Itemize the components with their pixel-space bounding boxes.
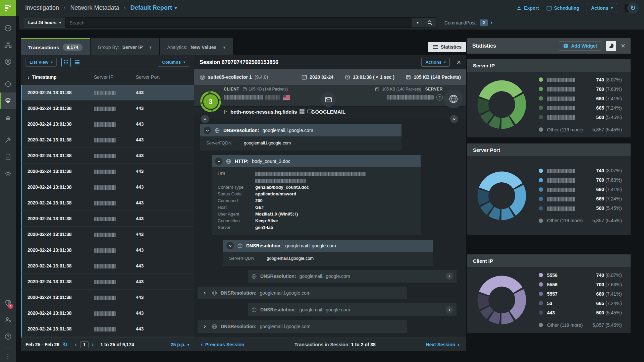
actions-dropdown-button[interactable]: Actions bbox=[587, 3, 617, 13]
legend-row[interactable]: 740(8.07%) bbox=[539, 167, 622, 174]
table-row[interactable]: 2020-02-24 13:01:38443 bbox=[21, 85, 194, 101]
table-row[interactable]: 2020-02-24 13:01:38443 bbox=[21, 258, 194, 274]
tab-group-by[interactable]: Group By: Server IP bbox=[91, 38, 159, 55]
list-view-dropdown[interactable]: List View bbox=[25, 58, 57, 67]
search-input[interactable] bbox=[65, 20, 411, 25]
fidelis-logo[interactable] bbox=[0, 0, 16, 16]
sidebar-item-users[interactable] bbox=[0, 53, 16, 70]
chevron-down-icon[interactable] bbox=[223, 45, 225, 50]
hop-count-indicator[interactable]: 3 bbox=[200, 91, 221, 112]
columns-dropdown[interactable]: Columns bbox=[158, 58, 189, 67]
commandpost-selector[interactable]: CommandPost: 2 bbox=[444, 19, 492, 26]
search-submit-button[interactable] bbox=[424, 18, 436, 27]
legend-row[interactable]: 665(7.24%) bbox=[539, 104, 622, 111]
tab-transactions[interactable]: Transactions 9,174 bbox=[21, 38, 90, 55]
close-statistics-icon[interactable] bbox=[621, 42, 625, 50]
tab-analytics[interactable]: Analytics: New Values bbox=[160, 38, 233, 55]
dns-resolution-collapsed-row[interactable]: DNSResolution:googlemail.l.google.com bbox=[198, 320, 407, 333]
sidebar-item-policy[interactable] bbox=[0, 132, 16, 148]
scheduling-button[interactable]: Scheduling bbox=[546, 5, 579, 11]
table-row[interactable]: 2020-02-24 13:01:38443 bbox=[21, 195, 194, 211]
table-row[interactable]: 2020-02-24 13:01:38443 bbox=[21, 179, 194, 195]
previous-session-button[interactable]: Previous Session bbox=[201, 341, 244, 348]
session-actions-button[interactable]: Actions bbox=[421, 58, 450, 67]
table-row[interactable]: 2020-02-24 13:01:38443 bbox=[21, 116, 194, 132]
legend-row[interactable]: 700(7.63%) bbox=[539, 177, 622, 184]
sidebar-item-system-health[interactable]: ! bbox=[0, 295, 16, 311]
saved-search-chevron[interactable] bbox=[411, 18, 424, 27]
legend-row[interactable]: 5557680(7.41%) bbox=[539, 290, 622, 297]
legend-row[interactable]: 443500(5.45%) bbox=[539, 309, 622, 316]
sidebar-item-dashboard[interactable] bbox=[0, 20, 16, 37]
legend-row[interactable]: 5556700(7.63%) bbox=[539, 281, 622, 288]
table-row[interactable]: 2020-02-24 13:01:38443 bbox=[21, 101, 194, 116]
legend-row[interactable]: 500(5.45%) bbox=[539, 205, 622, 212]
dns-section-header[interactable]: DNSResolution:googlemail.l.google.com bbox=[223, 240, 433, 252]
expand-chevron[interactable] bbox=[201, 289, 208, 297]
legend-other-row[interactable]: Other (119 more)5,857(5.45%) bbox=[539, 126, 622, 133]
next-page-icon[interactable] bbox=[92, 342, 94, 348]
auto-refresh-control[interactable] bbox=[625, 2, 639, 14]
legend-row[interactable]: 680(7.41%) bbox=[539, 186, 622, 193]
chart-view-button[interactable] bbox=[606, 41, 616, 51]
dns-resolution-collapsed-row[interactable]: DNSResolution:googlemail.l.google.com bbox=[198, 287, 407, 299]
sidebar-item-detections[interactable] bbox=[0, 76, 16, 93]
collapse-left-chevron[interactable] bbox=[446, 273, 453, 280]
sidebar-item-settings[interactable] bbox=[0, 165, 16, 182]
sidebar-item-threat-hunting[interactable] bbox=[0, 109, 16, 126]
table-row[interactable]: 2020-02-24 13:01:38443 bbox=[21, 274, 194, 290]
sidebar-item-network-map[interactable] bbox=[0, 37, 16, 53]
next-session-button[interactable]: Next Session bbox=[426, 341, 460, 348]
expand-chevron[interactable] bbox=[201, 323, 208, 330]
http-section-header[interactable]: HTTP:body_count_3.doc bbox=[212, 155, 421, 167]
collapse-chevron[interactable] bbox=[215, 158, 222, 165]
legend-row[interactable]: 740(8.07%) bbox=[539, 76, 622, 83]
legend-row[interactable]: 5556740(8.07%) bbox=[539, 272, 622, 279]
legend-row[interactable]: 665(7.24%) bbox=[539, 195, 622, 202]
breadcrumb-current-report[interactable]: Default Report bbox=[130, 4, 172, 11]
legend-row[interactable]: 680(7.41%) bbox=[539, 95, 622, 102]
refresh-icon[interactable] bbox=[627, 2, 639, 14]
table-row[interactable]: 2020-02-24 13:01:38443 bbox=[21, 148, 194, 164]
dns-section-header[interactable]: DNSResolution:googlemail.l.google.com bbox=[200, 124, 401, 136]
table-row[interactable]: 2020-02-24 13:01:38443 bbox=[21, 132, 194, 148]
statistics-toggle-button[interactable]: Statistics bbox=[428, 42, 466, 52]
column-header-timestamp[interactable]: Timestamp bbox=[21, 74, 94, 80]
sidebar-item-investigation[interactable] bbox=[0, 93, 16, 109]
table-row[interactable]: 2020-02-24 13:01:38443 bbox=[21, 227, 194, 242]
refresh-icon[interactable] bbox=[63, 341, 67, 348]
close-session-icon[interactable] bbox=[457, 59, 461, 66]
legend-other-row[interactable]: Other (119 more)5,857(5.45%) bbox=[539, 217, 622, 224]
sidebar-item-more[interactable] bbox=[0, 351, 16, 362]
grid-view-button[interactable] bbox=[61, 58, 71, 67]
table-row[interactable]: 2020-02-24 13:01:38443 bbox=[21, 290, 194, 305]
chevron-down-icon[interactable] bbox=[175, 5, 177, 10]
chevron-down-icon[interactable] bbox=[149, 45, 152, 50]
per-page-dropdown[interactable]: 25 p.p. bbox=[171, 342, 189, 347]
time-range-dropdown[interactable]: Last 24 hours bbox=[24, 18, 65, 27]
breadcrumb-item[interactable]: Investigation bbox=[25, 4, 59, 11]
legend-row[interactable]: 500(5.45%) bbox=[539, 114, 622, 121]
legend-row[interactable]: 700(7.63%) bbox=[539, 85, 622, 93]
sidebar-item-help[interactable] bbox=[0, 328, 16, 345]
table-row[interactable]: 2020-02-24 13:01:38443 bbox=[21, 321, 194, 337]
dns-resolution-collapsed-row[interactable]: DNSResolution:googlemail.l.google.com bbox=[248, 303, 457, 316]
collapse-chevron[interactable] bbox=[226, 242, 234, 249]
dns-resolution-collapsed-row[interactable]: DNSResolution:googlemail.l.google.com bbox=[248, 270, 457, 283]
current-page[interactable]: 1 bbox=[80, 341, 89, 348]
client-hostname[interactable]: beth-nosc-nessus.hq.fidelis bbox=[230, 109, 297, 115]
table-row[interactable]: 2020-02-24 13:01:38443 bbox=[21, 305, 194, 321]
breadcrumb-item[interactable]: Network Metadata bbox=[70, 4, 119, 11]
collapse-chevron[interactable] bbox=[204, 127, 211, 134]
column-header-server-port[interactable]: Server Port bbox=[136, 74, 179, 80]
legend-other-row[interactable]: Other (119 more)5,857(5.45%) bbox=[539, 321, 622, 328]
list-view-button[interactable] bbox=[73, 58, 82, 67]
table-row[interactable]: 2020-02-24 13:01:38443 bbox=[21, 211, 194, 227]
prev-page-icon[interactable] bbox=[75, 342, 76, 348]
sidebar-item-user-admin[interactable] bbox=[0, 311, 16, 328]
sidebar-item-reports[interactable] bbox=[0, 148, 16, 165]
table-row[interactable]: 2020-02-24 13:01:38443 bbox=[21, 164, 194, 179]
export-button[interactable]: Export bbox=[517, 5, 539, 11]
table-row[interactable]: 2020-02-24 13:01:38443 bbox=[21, 242, 194, 258]
add-widget-button[interactable]: Add Widget bbox=[559, 41, 602, 51]
